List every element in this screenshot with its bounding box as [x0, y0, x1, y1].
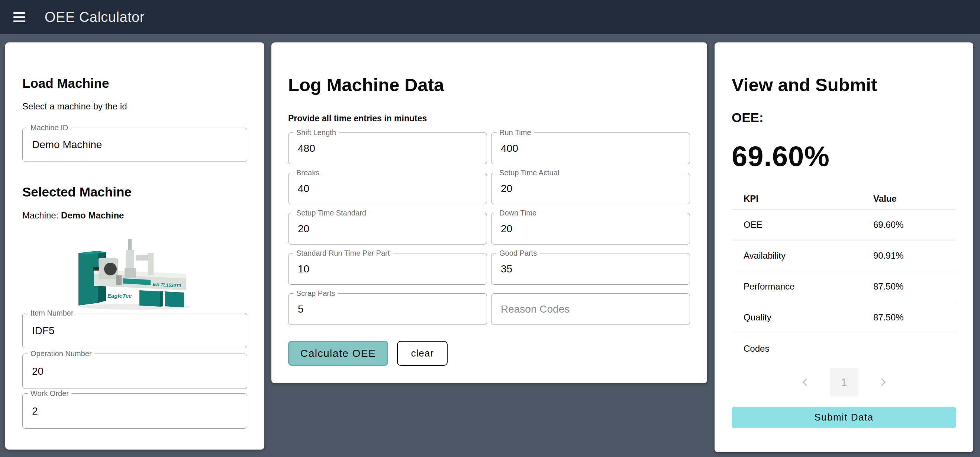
setup-time-standard-label: Setup Time Standard — [293, 208, 369, 217]
time-entries-note: Provide all time entries in minutes — [288, 113, 690, 124]
value-cell: 87.50% — [873, 281, 904, 292]
setup-time-actual-label: Setup Time Actual — [496, 168, 562, 177]
page-number-button[interactable]: 1 — [830, 368, 858, 396]
machine-id-label: Machine ID — [27, 123, 71, 132]
setup-time-standard-input[interactable] — [288, 213, 487, 244]
scrap-parts-field[interactable]: Scrap Parts — [288, 293, 487, 325]
table-row: OEE 69.60% — [732, 209, 956, 240]
breaks-input[interactable] — [288, 173, 487, 204]
reason-codes-input[interactable] — [492, 294, 690, 324]
oee-label: OEE: — [732, 110, 956, 125]
cnc-lathe-illustration: EagleTec EA-TL1530T3 — [72, 234, 198, 310]
operation-number-field[interactable]: Operation Number — [22, 353, 247, 389]
kpi-table-header-row: KPI Value — [732, 188, 956, 209]
breaks-field[interactable]: Breaks — [288, 173, 487, 204]
hamburger-menu-icon[interactable] — [13, 6, 35, 28]
item-number-label: Item Number — [27, 308, 76, 318]
run-time-label: Run Time — [496, 128, 534, 137]
log-machine-data-title: Log Machine Data — [288, 74, 690, 95]
run-time-field[interactable]: Run Time — [491, 133, 690, 164]
machine-image: EagleTec EA-TL1530T3 — [22, 234, 247, 310]
hamburger-bar — [13, 16, 25, 18]
kpi-cell: Codes — [743, 344, 769, 354]
table-row: Codes — [732, 333, 956, 364]
load-machine-subtitle: Select a machine by the id — [22, 101, 247, 112]
machine-id-field[interactable]: Machine ID — [22, 128, 247, 162]
down-time-field[interactable]: Down Time — [491, 213, 690, 244]
clear-button[interactable]: clear — [397, 341, 448, 366]
app-bar: OEE Calculator — [0, 0, 980, 34]
chevron-right-icon[interactable] — [875, 375, 890, 390]
down-time-label: Down Time — [496, 208, 539, 217]
load-machine-panel: Load Machine Select a machine by the id … — [5, 42, 264, 449]
item-number-input[interactable] — [23, 313, 247, 348]
app-title: OEE Calculator — [45, 9, 145, 25]
operation-number-label: Operation Number — [27, 349, 95, 358]
shift-length-field[interactable]: Shift Length — [288, 133, 487, 164]
shift-length-input[interactable] — [288, 133, 487, 164]
good-parts-input[interactable] — [492, 253, 690, 284]
value-cell: 90.91% — [873, 251, 904, 261]
setup-time-standard-field[interactable]: Setup Time Standard — [288, 213, 487, 244]
load-machine-title: Load Machine — [22, 75, 247, 91]
hamburger-bar — [13, 12, 25, 14]
hamburger-bar — [13, 21, 25, 22]
kpi-cell: Quality — [743, 312, 772, 323]
scrap-parts-input[interactable] — [288, 294, 487, 324]
work-order-label: Work Order — [27, 389, 72, 398]
machine-line-name: Demo Machine — [61, 210, 124, 221]
table-row: Quality 87.50% — [732, 302, 956, 333]
run-time-input[interactable] — [492, 133, 690, 164]
breaks-label: Breaks — [293, 168, 322, 177]
chevron-left-icon[interactable] — [798, 375, 813, 390]
kpi-cell: OEE — [743, 220, 762, 230]
scrap-parts-label: Scrap Parts — [293, 289, 338, 298]
oee-value: 69.60% — [732, 141, 956, 171]
standard-run-time-input[interactable] — [288, 253, 487, 284]
setup-time-actual-input[interactable] — [492, 173, 690, 204]
standard-run-time-label: Standard Run Time Per Part — [293, 249, 393, 257]
work-order-input[interactable] — [23, 394, 247, 428]
item-number-field[interactable]: Item Number — [22, 313, 247, 348]
submit-data-button[interactable]: Submit Data — [732, 407, 956, 428]
form-actions: Calculate OEE clear — [288, 341, 690, 366]
machine-brand-text: EagleTec — [107, 292, 132, 299]
value-cell: 87.50% — [873, 312, 904, 323]
work-order-field[interactable]: Work Order — [22, 393, 247, 429]
view-submit-title: View and Submit — [732, 74, 956, 95]
selected-machine-line: Machine: Demo Machine — [22, 210, 247, 221]
machine-line-label: Machine: — [22, 210, 58, 221]
good-parts-label: Good Parts — [496, 249, 540, 257]
calculate-oee-button[interactable]: Calculate OEE — [288, 341, 388, 366]
time-entry-grid: Shift Length Run Time Breaks Setup Time … — [288, 133, 690, 325]
down-time-input[interactable] — [492, 213, 690, 244]
kpi-cell: Performance — [743, 281, 794, 292]
reason-codes-field[interactable] — [491, 293, 690, 325]
value-cell: 69.60% — [873, 220, 904, 230]
shift-length-label: Shift Length — [293, 128, 339, 137]
table-row: Performance 87.50% — [732, 271, 956, 302]
machine-id-input[interactable] — [23, 128, 247, 161]
good-parts-field[interactable]: Good Parts — [491, 253, 690, 285]
value-header: Value — [873, 193, 897, 204]
operation-number-input[interactable] — [23, 354, 247, 388]
table-pagination: 1 — [732, 368, 956, 396]
kpi-table: KPI Value OEE 69.60% Availability 90.91%… — [732, 188, 956, 364]
kpi-header: KPI — [743, 193, 759, 204]
selected-machine-title: Selected Machine — [22, 184, 247, 200]
view-submit-panel: View and Submit OEE: 69.60% KPI Value OE… — [714, 42, 973, 452]
kpi-cell: Availability — [743, 251, 786, 261]
setup-time-actual-field[interactable]: Setup Time Actual — [491, 173, 690, 204]
table-row: Availability 90.91% — [732, 240, 956, 271]
log-machine-data-panel: Log Machine Data Provide all time entrie… — [271, 42, 707, 383]
standard-run-time-field[interactable]: Standard Run Time Per Part — [288, 253, 487, 285]
